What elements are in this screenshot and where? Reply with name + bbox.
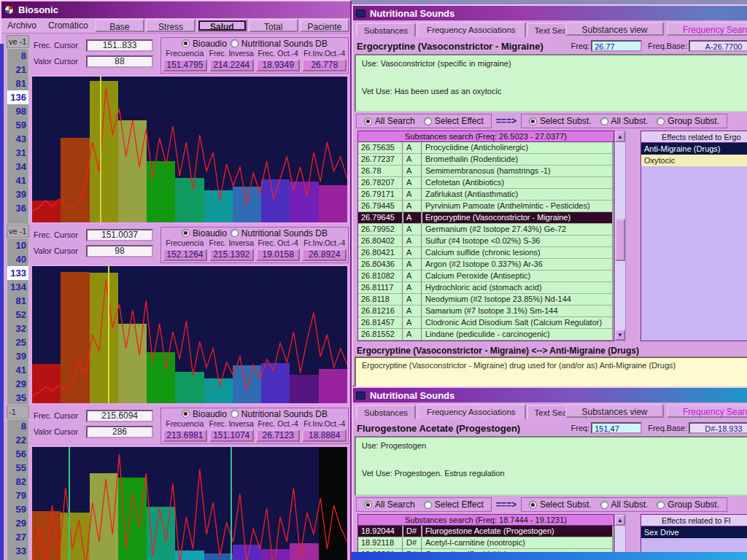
scroll-down-icon[interactable]: ▼ [615,330,625,341]
search-option-radio[interactable]: Select Effect [424,499,484,510]
subst-option-radio[interactable]: Group Subst. [657,116,719,126]
frequency-search-button[interactable]: Frequency Search [667,22,747,36]
scale-value[interactable]: 39 [7,349,28,363]
valor-cursor-value[interactable]: 98 [86,245,153,257]
biosonic-titlebar[interactable]: Biosonic [1,1,350,18]
ns-tab[interactable]: Frequency Associations [417,404,525,419]
freq-value-button[interactable]: 26.778 [302,59,347,71]
freq-value-button[interactable]: 151.4795 [163,59,207,71]
freq-value-button[interactable]: 19.0158 [256,249,301,261]
freq-value-button[interactable]: 213.6981 [163,429,207,442]
effect-item[interactable]: Oxytocic [641,155,747,166]
bioaudio-radio[interactable]: Bioaudio [182,39,227,49]
scale-value[interactable]: 34 [7,160,28,174]
freq-value-button[interactable]: 18.8884 [302,429,347,442]
subst-option-radio[interactable]: All Subst. [600,116,649,126]
subst-option-radio[interactable]: Group Subst. [657,499,719,510]
ns-titlebar[interactable]: Nutritional Sounds [353,6,747,20]
substance-row[interactable]: 26.81552 A Lindane (pediculide - carcino… [358,329,614,341]
search-option-radio[interactable]: All Search [364,116,415,126]
subst-option-radio[interactable]: All Subst. [600,499,649,510]
substances-view-button[interactable]: Substances view [565,22,664,36]
chart-cursor-line[interactable] [108,266,109,403]
substance-row[interactable]: 26.81117 A Hydrochloric acid (stomach ac… [358,282,614,294]
value-scale-list[interactable]: 821811369859433134413936 [7,48,29,225]
value-scale-list[interactable]: 8225655827959292733 [7,419,29,560]
ns-tab[interactable]: Frequency Associations [417,22,525,37]
scale-value[interactable]: 22 [7,433,28,447]
scale-value[interactable]: 41 [7,174,28,187]
substance-row[interactable]: 26.80436 A Argon (#2 Isotope 0.337%) Ar-… [358,259,614,271]
nav-button[interactable]: Base [95,19,144,32]
freq-input[interactable]: 151,47 [591,422,642,434]
freq-value-button[interactable]: 151.1074 [209,429,254,442]
subst-option-radio[interactable]: Select Subst. [529,499,592,510]
scale-value[interactable]: 81 [7,77,28,90]
freq-value-button[interactable]: 215.1392 [209,249,254,261]
ns-tab[interactable]: Substances [356,405,416,419]
scale-value[interactable]: 8 [7,49,28,63]
scale-value[interactable]: 39 [7,187,28,201]
substance-row[interactable]: 26.79171 A Zafirlukast (Antiasthmatic) [358,189,614,201]
chart-cursor-line[interactable] [69,447,70,560]
scale-value[interactable]: 59 [7,502,28,516]
scale-value[interactable]: 33 [7,544,28,558]
scale-value[interactable]: 79 [7,489,28,502]
valor-cursor-value[interactable]: 286 [86,426,153,438]
substance-row[interactable]: 26.78 A Semimembranosus (hamstrings -1) [358,166,614,177]
freq-value-button[interactable]: 18.9349 [256,59,301,71]
scale-value[interactable]: 10 [7,238,28,252]
freq-value-button[interactable]: 26.8924 [302,249,347,261]
scale-value[interactable]: 31 [7,146,28,160]
substance-row[interactable]: 26.79645 A Ergocryptine (Vasoconstrictor… [358,212,614,224]
scale-value[interactable]: 82 [7,475,28,489]
bioaudio-radio[interactable]: Bioaudio [182,228,227,238]
scale-value[interactable]: 8 [7,419,28,433]
chart-cursor-line[interactable] [100,77,101,222]
effect-item[interactable]: Anti-Migraine (Drugs) [641,143,747,155]
subst-option-radio[interactable]: Select Subst. [529,116,592,126]
ns-tab[interactable]: Substances [356,23,416,36]
substances-view-button[interactable]: Substances view [565,404,664,418]
nutritional-sounds-db-radio[interactable]: Nutritional Sounds DB [231,409,328,419]
scale-value[interactable]: 59 [7,118,28,132]
scroll-up-icon[interactable]: ▲ [615,515,625,526]
scale-value[interactable]: 133 [7,266,28,280]
scrollbar-thumb[interactable] [615,219,625,261]
valor-cursor-value[interactable]: 88 [86,55,153,68]
spectrum-chart[interactable] [31,265,349,405]
scale-value[interactable]: 25 [7,335,28,349]
octave-tab[interactable]: -1 [7,405,29,419]
nav-button[interactable]: Total [249,19,298,32]
substance-row[interactable]: 18.92044 D# Flurogestone Acetate (Proges… [358,526,614,537]
substance-row[interactable]: 26.78207 A Cefotetan (Antibiotics) [358,177,614,189]
freq-value-button[interactable]: 26.7123 [256,429,301,442]
scale-value[interactable]: 136 [7,90,28,104]
octave-tab[interactable]: ve -1 [7,35,29,48]
substance-row[interactable]: 26.79952 A Germanium (#2 Isotope 27.43%)… [358,224,614,236]
table-scrollbar[interactable]: ▲ ▼ [614,131,626,341]
scale-value[interactable]: 56 [7,447,28,461]
substance-row[interactable]: 26.81216 A Samarium (#7 Isotope 3.1%) Sm… [358,306,614,317]
search-option-radio[interactable]: Select Effect [424,116,484,126]
nav-button[interactable]: Stress [146,19,196,32]
nav-button[interactable]: Paciente [300,19,349,32]
menu-item[interactable]: Archivo [1,18,42,33]
scale-value[interactable]: 98 [7,104,28,118]
substance-row[interactable]: 26.79445 A Pyrvinium Pamoate (Anthelmint… [358,201,614,212]
frec-cursor-value[interactable]: 215.6094 [86,410,153,422]
spectrum-chart[interactable] [31,446,349,560]
search-option-radio[interactable]: All Search [364,499,415,510]
scale-value[interactable]: 29 [7,516,28,530]
substance-row[interactable]: 26.81082 A Calcium Peroxide (Antiseptic) [358,271,614,282]
scale-value[interactable]: 43 [7,132,28,146]
frec-cursor-value[interactable]: 151..833 [86,39,153,52]
bioaudio-radio[interactable]: Bioaudio [182,409,227,419]
effect-item[interactable]: Sex Drive [641,526,747,538]
value-scale-list[interactable]: 10401331348152322539412935 [7,238,29,405]
scroll-up-icon[interactable]: ▲ [615,131,625,142]
scale-value[interactable]: 55 [7,461,28,475]
scale-value[interactable]: 40 [7,252,28,266]
scale-value[interactable]: 27 [7,530,28,544]
scale-value[interactable]: 29 [7,377,28,391]
